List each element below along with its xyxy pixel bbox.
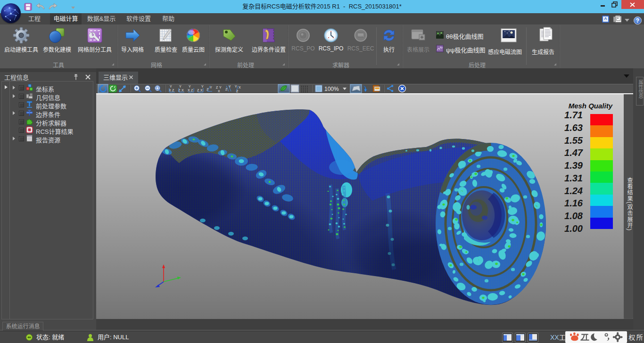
svg-text:X: X [200,89,203,92]
svg-text:X: X [218,90,220,93]
svg-text:Y: Y [201,85,204,88]
svg-text:Y: Y [179,85,182,88]
svg-text:X: X [182,89,184,92]
svg-text:Y: Y [170,85,172,88]
svg-text:Z: Z [172,89,174,92]
svg-text:Z: Z [191,89,193,92]
svg-text:Z: Z [197,89,199,92]
svg-text:X: X [239,86,241,89]
svg-text:Y: Y [235,85,237,88]
svg-text:Z: Z [216,86,218,89]
svg-text:Y: Y [219,86,222,89]
svg-text:Y: Y [189,85,191,88]
svg-text:100%: 100% [324,86,339,92]
svg-text:X: X [188,89,190,92]
